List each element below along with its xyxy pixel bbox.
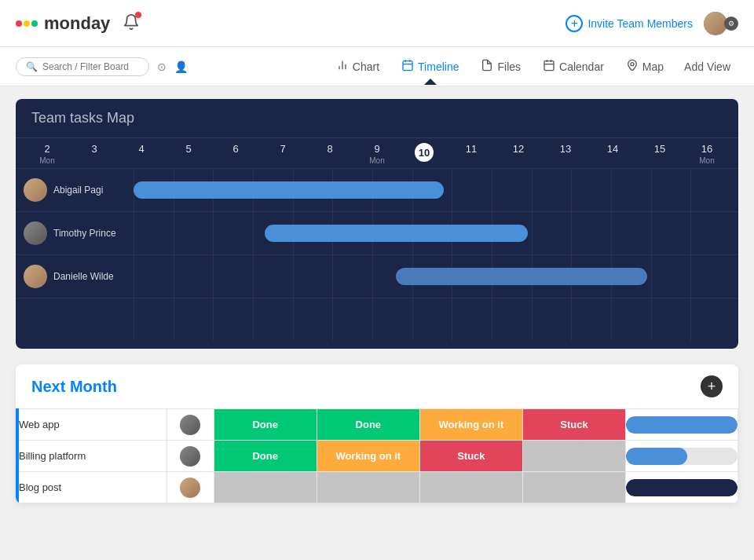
add-view-button[interactable]: Add View xyxy=(676,56,738,78)
person-timothy: Timothy Prince xyxy=(24,215,134,251)
date-cell-15: 15 xyxy=(636,138,683,168)
cell xyxy=(253,298,293,341)
toolbar: 🔍 ⊙ 👤 Chart Timeline Files xyxy=(0,47,754,86)
status-empty-billing[interactable] xyxy=(522,441,625,472)
tab-files-label: Files xyxy=(497,60,521,73)
date-cell-13: 13 xyxy=(542,138,589,168)
gantt-bar-danielle xyxy=(396,268,646,285)
gantt-bar-timothy xyxy=(265,225,527,242)
person-icon[interactable]: 👤 xyxy=(174,60,188,73)
status-stuck-billing[interactable]: Stuck xyxy=(419,441,522,472)
cell xyxy=(690,255,730,298)
cell xyxy=(134,255,174,298)
cell xyxy=(332,298,372,341)
cell xyxy=(134,298,174,341)
status-done-billing[interactable]: Done xyxy=(214,441,317,472)
status-empty-blog-1[interactable] xyxy=(214,472,317,503)
task-avatar-cell xyxy=(167,409,214,441)
task-avatar-cell xyxy=(167,441,214,472)
cell xyxy=(452,169,492,211)
filter-icon[interactable]: ⊙ xyxy=(157,60,167,73)
person-abigail: Abigail Pagi xyxy=(24,172,134,208)
avatar-settings-icon[interactable]: ⚙ xyxy=(724,16,738,31)
logo-dot-yellow xyxy=(24,20,30,27)
tab-timeline[interactable]: Timeline xyxy=(392,54,468,79)
avatar-group[interactable]: ⚙ xyxy=(702,10,738,37)
person-danielle: Danielle Wilde xyxy=(24,258,134,295)
logo-dot-green xyxy=(31,20,38,27)
progress-bar-inner xyxy=(626,416,738,434)
tab-map-label: Map xyxy=(642,60,664,73)
gantt-cells-abigail xyxy=(134,169,730,211)
person-timothy-name: Timothy Prince xyxy=(53,228,116,239)
progress-bar-inner xyxy=(626,448,687,465)
search-box[interactable]: 🔍 xyxy=(16,57,149,76)
gantt-card: Team tasks Map 2 Mon 3 4 5 6 7 8 9 Mon xyxy=(16,99,738,349)
gantt-cells-empty xyxy=(134,298,730,341)
status-stuck-1[interactable]: Stuck xyxy=(522,409,625,441)
gantt-title: Team tasks Map xyxy=(16,99,738,137)
invite-team-button[interactable]: + Invite Team Members xyxy=(566,15,693,32)
invite-plus-icon: + xyxy=(566,15,583,32)
cell xyxy=(372,298,412,341)
logo: monday xyxy=(16,13,110,34)
date-cell-3: 3 xyxy=(71,138,118,168)
cell xyxy=(571,169,611,211)
gantt-rows: Abigail Pagi Timothy Prince xyxy=(16,168,738,341)
progress-cell-2 xyxy=(625,441,738,472)
person-danielle-name: Danielle Wilde xyxy=(53,271,114,282)
tab-calendar[interactable]: Calendar xyxy=(533,54,613,79)
svg-rect-7 xyxy=(544,61,554,71)
cell xyxy=(611,212,651,254)
status-working-1[interactable]: Working on it xyxy=(419,409,522,441)
date-num: 2 xyxy=(24,143,71,155)
logo-dots xyxy=(16,20,38,27)
cell xyxy=(492,169,532,211)
date-cell-7: 7 xyxy=(259,138,306,168)
tab-chart-label: Chart xyxy=(353,60,379,73)
logo-text: monday xyxy=(44,13,110,34)
date-cell-8: 8 xyxy=(306,138,353,168)
progress-bar-inner xyxy=(626,479,738,496)
notification-dot xyxy=(135,12,141,18)
tab-files[interactable]: Files xyxy=(471,54,530,79)
gantt-bar-abigail xyxy=(134,181,444,199)
table-row: Web app Done Done Working on it Stuck xyxy=(17,409,738,441)
cell xyxy=(134,212,174,254)
person-empty xyxy=(24,313,134,326)
table-row: Blog post xyxy=(17,472,738,503)
add-row-button[interactable]: + xyxy=(701,375,723,397)
date-cell-10-today: 10 xyxy=(401,138,448,168)
date-cell-14: 14 xyxy=(589,138,636,168)
status-working-billing[interactable]: Working on it xyxy=(317,441,419,472)
view-tabs: Chart Timeline Files Calendar xyxy=(327,54,738,79)
search-input[interactable] xyxy=(42,61,137,72)
cell xyxy=(213,212,253,254)
status-done-2[interactable]: Done xyxy=(317,409,419,441)
task-name-billing: Billing platform xyxy=(17,441,167,472)
bell-icon-wrap[interactable] xyxy=(123,13,140,34)
progress-bar-outer xyxy=(626,448,738,465)
cell xyxy=(532,169,572,211)
progress-bar-outer xyxy=(626,416,738,434)
gantt-row-empty xyxy=(16,298,738,341)
date-cell-16: 16 Mon xyxy=(683,138,730,168)
status-empty-blog-3[interactable] xyxy=(419,472,522,503)
cell xyxy=(532,298,572,341)
tab-map[interactable]: Map xyxy=(617,54,673,79)
cell xyxy=(532,212,572,254)
status-done-1[interactable]: Done xyxy=(214,409,317,441)
cell xyxy=(611,169,651,211)
tab-chart[interactable]: Chart xyxy=(327,54,389,79)
status-empty-blog-2[interactable] xyxy=(317,472,419,503)
avatar-danielle xyxy=(24,265,47,288)
cell xyxy=(412,298,452,341)
cell xyxy=(174,255,214,298)
date-cell-4: 4 xyxy=(118,138,165,168)
progress-cell-1 xyxy=(625,409,738,441)
svg-rect-3 xyxy=(403,61,412,71)
status-empty-blog-4[interactable] xyxy=(522,472,625,503)
invite-label: Invite Team Members xyxy=(587,17,693,30)
cell xyxy=(611,298,651,341)
person-abigail-name: Abigail Pagi xyxy=(53,185,103,196)
